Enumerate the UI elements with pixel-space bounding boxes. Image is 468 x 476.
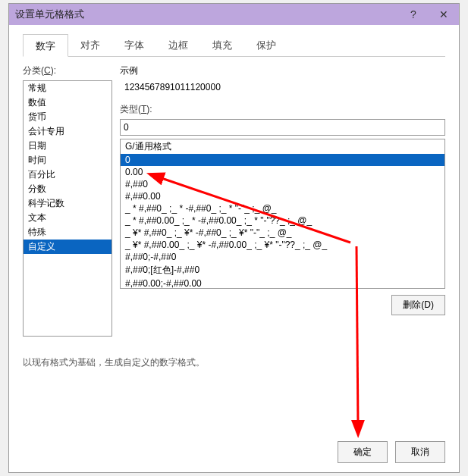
tab-保护[interactable]: 保护 <box>244 34 288 56</box>
type-item[interactable]: 0.00 <box>121 166 444 178</box>
type-item[interactable]: G/通用格式 <box>121 139 444 154</box>
type-listbox[interactable]: G/通用格式00.00#,##0#,##0.00_ * #,##0_ ;_ * … <box>120 139 445 289</box>
category-item[interactable]: 科学记数 <box>24 196 112 211</box>
type-item[interactable]: #,##0.00 <box>121 190 444 202</box>
type-item[interactable]: _ * #,##0_ ;_ * -#,##0_ ;_ * "-"_ ;_ @_ <box>121 202 444 215</box>
category-label: 分类(C): <box>23 64 112 77</box>
type-item[interactable]: _ * #,##0.00_ ;_ * -#,##0.00_ ;_ * "-"??… <box>121 215 444 227</box>
type-item[interactable]: #,##0.00;-#,##0.00 <box>121 277 444 289</box>
sample-label: 示例 <box>120 64 445 77</box>
cancel-button[interactable]: 取消 <box>395 441 445 463</box>
tab-strip: 数字对齐字体边框填充保护 <box>23 34 445 57</box>
category-item[interactable]: 百分比 <box>24 168 112 182</box>
type-item[interactable]: 0 <box>121 154 444 166</box>
hint-text: 以现有格式为基础，生成自定义的数字格式。 <box>23 356 445 369</box>
tab-数字[interactable]: 数字 <box>23 34 68 57</box>
category-item[interactable]: 分数 <box>24 182 112 196</box>
category-item[interactable]: 货币 <box>24 110 112 124</box>
type-item[interactable]: #,##0;[红色]-#,##0 <box>121 263 444 277</box>
format-cells-dialog: 设置单元格格式 ? ✕ 数字对齐字体边框填充保护 分类(C): 常规数值货币会计… <box>8 3 460 473</box>
tab-填充[interactable]: 填充 <box>200 34 244 56</box>
delete-button[interactable]: 删除(D) <box>391 295 445 315</box>
category-item[interactable]: 数值 <box>24 96 112 110</box>
type-item[interactable]: _ ¥* #,##0_ ;_ ¥* -#,##0_ ;_ ¥* "-"_ ;_ … <box>121 227 444 239</box>
help-button[interactable]: ? <box>398 4 429 25</box>
type-label: 类型(T): <box>120 103 445 116</box>
type-item[interactable]: _ ¥* #,##0.00_ ;_ ¥* -#,##0.00_ ;_ ¥* "-… <box>121 239 444 251</box>
category-listbox[interactable]: 常规数值货币会计专用日期时间百分比分数科学记数文本特殊自定义 <box>23 80 112 337</box>
category-item[interactable]: 日期 <box>24 139 112 153</box>
category-item[interactable]: 文本 <box>24 211 112 225</box>
dialog-title: 设置单元格格式 <box>15 8 84 21</box>
type-input[interactable] <box>120 119 445 136</box>
sample-value: 1234567891011120000 <box>124 82 445 92</box>
category-item[interactable]: 特殊 <box>24 225 112 240</box>
type-item[interactable]: #,##0;-#,##0 <box>121 251 444 263</box>
tab-字体[interactable]: 字体 <box>112 34 156 56</box>
tab-对齐[interactable]: 对齐 <box>68 34 112 56</box>
category-item[interactable]: 常规 <box>24 81 112 96</box>
category-item[interactable]: 自定义 <box>24 240 112 254</box>
close-button[interactable]: ✕ <box>429 4 459 25</box>
titlebar: 设置单元格格式 ? ✕ <box>9 4 459 25</box>
tab-边框[interactable]: 边框 <box>156 34 200 56</box>
category-item[interactable]: 会计专用 <box>24 124 112 139</box>
category-item[interactable]: 时间 <box>24 153 112 168</box>
ok-button[interactable]: 确定 <box>338 441 388 463</box>
type-item[interactable]: #,##0 <box>121 178 444 190</box>
